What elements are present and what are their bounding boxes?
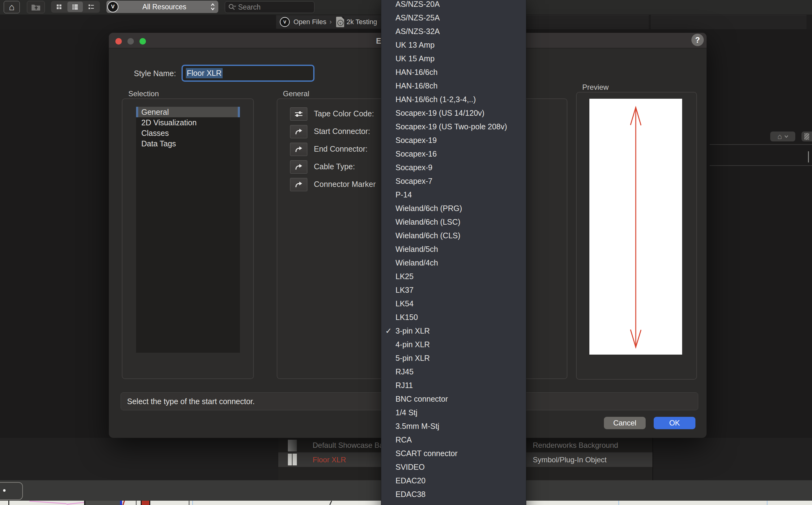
menu-item[interactable]: LK54 [381,297,526,310]
resource-type: Renderworks Background [533,441,618,450]
menu-item[interactable]: Wieland/6ch (CLS) [381,229,526,242]
breadcrumb-separator: › [329,18,331,26]
menu-item[interactable]: AS/NZS-25A [381,11,526,24]
canvas-fragment [84,501,121,505]
resource-column-divider [652,438,653,480]
list-view-button[interactable] [67,2,83,12]
chevron-down-icon [785,135,788,138]
breadcrumb-open-files[interactable]: Open Files [293,18,326,26]
cancel-button[interactable]: Cancel [604,417,646,429]
menu-item[interactable]: P-14 [381,188,526,201]
home-button[interactable]: ⌂ [4,1,20,13]
symbol-home-button[interactable]: ⌂ [770,132,795,141]
menu-item[interactable]: HAN-16/6ch [381,65,526,79]
menu-item[interactable]: EDAC38 [381,487,526,501]
selection-accent-bar [238,107,240,117]
document-icon: v [336,17,344,27]
background-tab-panel [526,15,649,29]
resource-filter-select[interactable]: V All Resources [106,1,218,13]
zoom-button[interactable] [140,38,146,44]
menu-item[interactable]: SVIDEO [381,460,526,474]
canvas-fragment [66,502,85,505]
style-name-input[interactable]: Floor XLR [183,66,313,80]
selection-list: General2D VisualizationClassesData Tags [136,107,240,353]
style-name-label: Style Name: [134,69,176,78]
menu-item[interactable]: Socapex-19 (US Two-pole 208v) [381,120,526,133]
detail-view-icon [88,4,95,10]
selection-accent-bar [136,107,138,117]
menu-item[interactable]: HAN-16/6ch (1-2,3-4,..) [381,93,526,106]
checkmark-icon: ✓ [385,324,392,338]
background-divider [710,144,812,145]
selection-list-item[interactable]: Classes [136,128,240,138]
menu-item[interactable]: 5-pin XLR [381,351,526,365]
menu-item[interactable]: Socapex-9 [381,161,526,174]
help-button[interactable]: ? [692,34,704,46]
resource-thumbnail [288,454,297,465]
menu-item[interactable]: EDAC20 [381,474,526,487]
menu-item[interactable]: 1/4 Stj [381,406,526,419]
symbol-extra-button[interactable] [801,132,812,141]
redo-arrow-icon[interactable] [290,160,307,174]
menu-item[interactable]: Socapex-19 [381,133,526,147]
menu-item[interactable]: LK150 [381,310,526,324]
select-chevrons-icon [210,3,215,11]
menu-item[interactable]: AS/NZS-32A [381,24,526,38]
selection-list-item[interactable]: 2D Visualization [136,117,240,128]
menu-item[interactable]: 3.5mm M-Stj [381,419,526,433]
preview-header: Preview [582,83,608,92]
menu-item[interactable]: Socapex-19 (US 14/120v) [381,106,526,120]
menu-item[interactable]: Wieland/6ch (LSC) [381,215,526,229]
selection-list-item[interactable]: General [136,107,240,117]
close-button[interactable] [115,38,122,44]
menu-item[interactable]: BNC connector [381,392,526,406]
menu-item[interactable]: UK 13 Amp [381,38,526,52]
canvas-fragment [329,501,332,505]
general-row-label: End Connector: [314,145,368,154]
redo-arrow-icon[interactable] [290,178,307,191]
folder-up-button[interactable] [27,1,45,13]
menu-item[interactable]: AS/NZS-20A [381,0,526,11]
resource-thumbnail [288,440,297,452]
breadcrumb: V Open Files › v 2k Testing [276,15,385,29]
minimize-button[interactable] [127,38,134,44]
general-row-label: Connector Marker [314,180,376,189]
sliders-icon[interactable] [290,107,307,121]
menu-item[interactable]: Wieland/6ch (PRG) [381,201,526,215]
menu-item[interactable]: Wieland/4ch [381,256,526,270]
resource-name: Default Showcase Ba [313,441,383,450]
redo-arrow-icon[interactable] [290,143,307,156]
vectorworks-logo-icon: V [107,1,118,12]
selection-list-item[interactable]: Data Tags [136,138,240,149]
menu-item[interactable]: LK25 [381,270,526,283]
breadcrumb-file-name[interactable]: 2k Testing [347,18,377,26]
menu-item[interactable]: Socapex-7 [381,174,526,188]
home-icon: ⌂ [9,2,15,12]
menu-item[interactable]: Socapex-16 [381,147,526,161]
menu-item[interactable]: HAN-16/8ch [381,79,526,93]
filter-selected-value: All Resources [118,3,210,11]
menu-item[interactable]: UK 15 Amp [381,52,526,65]
canvas-fragment [618,501,619,505]
menu-item[interactable]: RJ45 [381,365,526,378]
detail-view-button[interactable] [83,2,99,12]
redo-arrow-icon[interactable] [290,125,307,138]
general-header: General [283,90,309,98]
search-input[interactable]: Search [225,1,314,13]
status-text: Select the type of the start connector. [127,397,255,406]
thumbnail-view-button[interactable] [51,2,67,12]
folder-up-icon [31,3,40,11]
preview-image [589,99,682,355]
resource-type: Symbol/Plug-In Object [533,456,607,464]
menu-item[interactable]: RJ11 [381,378,526,392]
menu-item[interactable]: 4-pin XLR [381,338,526,351]
canvas-fragment [8,501,9,505]
menu-item[interactable]: LK37 [381,283,526,297]
menu-item[interactable]: SCART connector [381,447,526,460]
ok-button[interactable]: OK [654,417,696,429]
menu-item[interactable]: Wieland/5ch [381,242,526,256]
menu-item[interactable]: RCA [381,433,526,447]
menu-item[interactable]: ✓3-pin XLR [381,324,526,338]
selection-header: Selection [128,90,159,98]
house-icon: ⌂ [777,132,782,141]
